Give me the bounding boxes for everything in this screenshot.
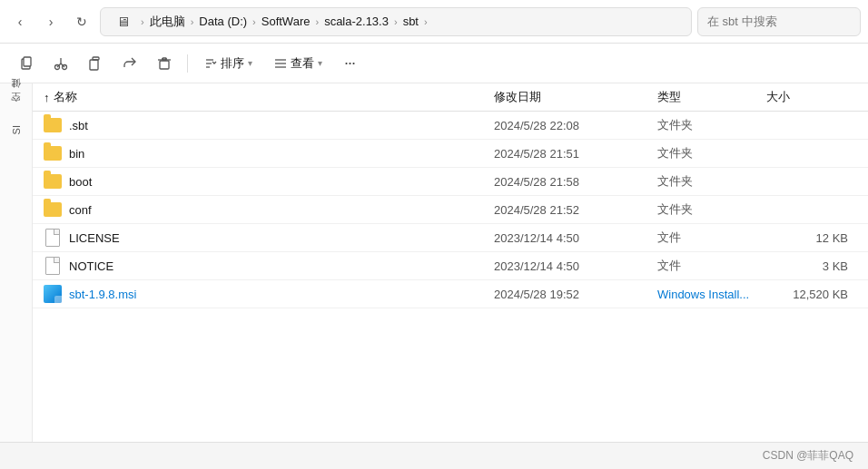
cell-date: 2023/12/14 4:50 bbox=[494, 259, 657, 273]
file-name: conf bbox=[69, 203, 92, 217]
copy-path-button[interactable] bbox=[11, 49, 42, 78]
breadcrumb-sep-4: › bbox=[315, 16, 319, 27]
table-row[interactable]: NOTICE 2023/12/14 4:50 文件 3 KB bbox=[33, 252, 868, 280]
file-doc-icon bbox=[45, 229, 60, 247]
col-header-name[interactable]: ↑ 名称 bbox=[44, 89, 494, 105]
address-bar: ‹ › ↻ 🖥 › 此电脑 › Data (D:) › SoftWare › s… bbox=[0, 0, 868, 44]
file-name: .sbt bbox=[69, 119, 88, 132]
file-name: boot bbox=[69, 175, 92, 189]
breadcrumb-sbt[interactable]: sbt bbox=[403, 15, 419, 28]
breadcrumb-sep-3: › bbox=[252, 16, 256, 27]
share-button[interactable] bbox=[114, 49, 145, 78]
back-button[interactable]: ‹ bbox=[7, 9, 33, 34]
cell-date: 2024/5/28 21:52 bbox=[494, 203, 657, 217]
svg-rect-9 bbox=[160, 61, 169, 69]
cell-type: 文件夹 bbox=[657, 145, 766, 161]
breadcrumb-sep-2: › bbox=[191, 16, 194, 27]
file-icon-wrapper bbox=[44, 144, 62, 162]
share-icon bbox=[123, 56, 137, 71]
forward-button[interactable]: › bbox=[38, 9, 64, 34]
toolbar: 排序 ▾ 查看 ▾ ··· bbox=[0, 44, 868, 83]
copy-icon bbox=[19, 56, 34, 71]
file-icon-wrapper bbox=[44, 200, 62, 219]
breadcrumb-bar: 🖥 › 此电脑 › Data (D:) › SoftWare › scala-2… bbox=[100, 7, 692, 36]
table-row[interactable]: bin 2024/5/28 21:51 文件夹 bbox=[33, 140, 868, 168]
folder-icon bbox=[44, 174, 62, 189]
cell-date: 2024/5/28 22:08 bbox=[494, 119, 657, 132]
file-area: ↑ 名称 修改日期 类型 大小 .sbt 2024/5/28 22:08 文件夹… bbox=[33, 83, 868, 442]
sort-icon bbox=[204, 57, 217, 70]
svg-rect-8 bbox=[93, 57, 99, 60]
refresh-button[interactable]: ↻ bbox=[69, 9, 94, 34]
cell-type: Windows Install... bbox=[657, 288, 766, 301]
sort-up-icon: ↑ bbox=[44, 91, 50, 104]
view-icon bbox=[274, 57, 287, 70]
file-icon-wrapper bbox=[44, 116, 62, 134]
breadcrumb-sep-6: › bbox=[424, 16, 428, 27]
svg-rect-1 bbox=[24, 57, 31, 66]
cell-type: 文件 bbox=[657, 258, 766, 274]
cell-date: 2024/5/28 19:52 bbox=[494, 288, 657, 301]
breadcrumb-software[interactable]: SoftWare bbox=[261, 15, 311, 28]
svg-rect-7 bbox=[90, 60, 98, 70]
cell-size: 12 KB bbox=[766, 231, 857, 245]
file-icon-wrapper bbox=[44, 285, 62, 303]
delete-button[interactable] bbox=[149, 49, 180, 78]
msi-icon bbox=[44, 285, 62, 303]
more-icon: ··· bbox=[344, 54, 355, 73]
cell-size: 3 KB bbox=[766, 259, 857, 273]
table-row[interactable]: boot 2024/5/28 21:58 文件夹 bbox=[33, 168, 868, 196]
table-row[interactable]: .sbt 2024/5/28 22:08 文件夹 bbox=[33, 112, 868, 140]
cell-date: 2024/5/28 21:58 bbox=[494, 175, 657, 189]
view-button[interactable]: 查看 ▾ bbox=[265, 52, 331, 75]
sort-button[interactable]: 排序 ▾ bbox=[195, 52, 261, 75]
folder-icon bbox=[44, 202, 62, 217]
view-chevron-icon: ▾ bbox=[318, 58, 322, 68]
cell-name: conf bbox=[44, 200, 494, 219]
table-row[interactable]: conf 2024/5/28 21:52 文件夹 bbox=[33, 196, 868, 224]
file-name: bin bbox=[69, 147, 84, 161]
folder-icon bbox=[44, 146, 62, 161]
col-header-type[interactable]: 类型 bbox=[657, 89, 766, 105]
file-name: NOTICE bbox=[69, 259, 113, 273]
cell-name: LICENSE bbox=[44, 229, 494, 247]
more-options-button[interactable]: ··· bbox=[335, 51, 364, 76]
svg-rect-14 bbox=[163, 58, 166, 60]
file-icon-wrapper bbox=[44, 172, 62, 191]
breadcrumb-sep-5: › bbox=[394, 16, 398, 27]
cell-type: 文件夹 bbox=[657, 173, 766, 190]
breadcrumb-sep-1: › bbox=[141, 16, 144, 27]
cell-type: 文件 bbox=[657, 230, 766, 246]
cut-button[interactable] bbox=[45, 49, 76, 78]
cell-name: boot bbox=[44, 172, 494, 191]
cell-type: 文件夹 bbox=[657, 117, 766, 133]
file-name: sbt-1.9.8.msi bbox=[69, 288, 136, 301]
paste-icon bbox=[88, 56, 103, 71]
cell-name: .sbt bbox=[44, 116, 494, 134]
paste-button[interactable] bbox=[80, 49, 111, 78]
breadcrumb-scala[interactable]: scala-2.13.3 bbox=[324, 15, 389, 28]
file-icon-wrapper bbox=[44, 257, 62, 275]
sidebar-item-si[interactable]: SI bbox=[7, 120, 25, 140]
sidebar-item-jian[interactable]: 健 bbox=[5, 91, 26, 102]
col-header-date[interactable]: 修改日期 bbox=[494, 89, 657, 105]
sidebar: 健 空 SI bbox=[0, 83, 33, 442]
cell-name: bin bbox=[44, 144, 494, 162]
sidebar-item-kong[interactable]: 空 bbox=[5, 105, 26, 116]
cell-date: 2023/12/14 4:50 bbox=[494, 231, 657, 245]
file-list: .sbt 2024/5/28 22:08 文件夹 bin 2024/5/28 2… bbox=[33, 112, 868, 308]
main-content: 健 空 SI ↑ 名称 修改日期 类型 大小 .sbt 2024/5/28 22… bbox=[0, 83, 868, 442]
table-header[interactable]: ↑ 名称 修改日期 类型 大小 bbox=[33, 83, 868, 112]
search-input[interactable] bbox=[697, 7, 861, 36]
table-row[interactable]: LICENSE 2023/12/14 4:50 文件 12 KB bbox=[33, 224, 868, 252]
breadcrumb-data-d[interactable]: Data (D:) bbox=[199, 15, 247, 28]
cell-type: 文件夹 bbox=[657, 201, 766, 218]
col-header-size[interactable]: 大小 bbox=[766, 89, 857, 105]
cell-date: 2024/5/28 21:51 bbox=[494, 147, 657, 161]
breadcrumb-this-pc[interactable]: 此电脑 bbox=[150, 14, 185, 30]
toolbar-separator-1 bbox=[187, 54, 188, 73]
cell-size: 12,520 KB bbox=[766, 288, 857, 301]
file-icon-wrapper bbox=[44, 229, 62, 247]
table-row[interactable]: sbt-1.9.8.msi 2024/5/28 19:52 Windows In… bbox=[33, 280, 868, 308]
status-bar: CSDN @菲菲QAQ bbox=[0, 442, 868, 469]
